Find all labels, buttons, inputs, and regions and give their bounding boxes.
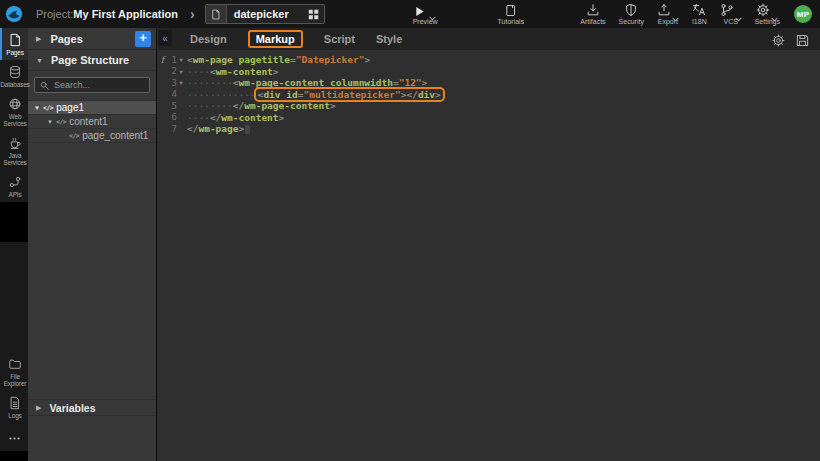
tab-style[interactable]: Style — [376, 33, 402, 45]
tutorials-button[interactable]: Tutorials — [498, 3, 525, 25]
save-icon[interactable] — [796, 33, 809, 46]
tree-item-label: page_content1 — [82, 130, 148, 141]
topbar-item-label: Settings — [755, 18, 780, 25]
caret-down-icon[interactable]: ▼ — [33, 105, 41, 111]
sidebar-item-label: File Explorer — [2, 373, 28, 387]
topbar-item-label: Security — [619, 18, 644, 25]
caret-down-icon[interactable]: ▼ — [46, 119, 54, 125]
tree-item-content1[interactable]: ▼</>content1 — [28, 115, 156, 129]
sidebar-item-web-services[interactable]: Web Services — [0, 92, 28, 131]
upload-icon — [657, 3, 671, 17]
topbar-item-vcs[interactable]: VCS — [720, 3, 742, 25]
code-text: ····<wm-content> — [185, 66, 279, 77]
project-breadcrumb: Project:My First Application — [36, 8, 178, 20]
sidebar-item-file-explorer[interactable]: File Explorer — [0, 352, 28, 391]
nodes-icon — [8, 175, 22, 189]
tab-script[interactable]: Script — [324, 33, 355, 45]
topbar-item-artifacts[interactable]: Artifacts — [580, 3, 605, 25]
code-line-1[interactable]: f1▼<wm-page pagetitle="Datepicker"> — [158, 54, 820, 66]
fold-caret-icon[interactable]: ▼ — [177, 68, 185, 75]
more-options-button[interactable] — [0, 423, 28, 451]
line-number: 5 — [166, 101, 177, 111]
avatar[interactable]: MP — [794, 5, 812, 23]
sidebar-item-label: APIs — [9, 191, 22, 198]
rail-bottom-group: File ExplorerLogs — [0, 352, 28, 423]
code-line-5[interactable]: 5········</wm-page-content> — [158, 100, 820, 112]
sidebar-item-apis[interactable]: APIs — [0, 170, 28, 202]
editor-tabs: DesignMarkupScriptStyle — [190, 30, 402, 48]
wavemaker-studio-window: Project:My First Application › datepicke… — [0, 0, 820, 461]
code-line-3[interactable]: 3▼········<wm-page-content columnwidth="… — [158, 77, 820, 89]
pages-panel-header[interactable]: ▶ Pages + — [28, 28, 156, 50]
topbar-item-settings[interactable]: Settings — [755, 3, 780, 25]
page-structure-header[interactable]: ▼ Page Structure — [28, 50, 156, 71]
editor-strip-actions — [772, 33, 809, 46]
search-input[interactable] — [54, 80, 144, 90]
gutter: 6 — [158, 112, 185, 122]
shield-icon — [624, 3, 638, 17]
search-box[interactable] — [34, 77, 150, 93]
left-rail: PagesDatabasesWeb ServicesJava ServicesA… — [0, 28, 28, 461]
tree-item-page_content1[interactable]: </>page_content1 — [28, 129, 156, 143]
preview-button[interactable]: Preview — [413, 3, 438, 25]
code-line-4[interactable]: 4············<div id="multidatepicker"><… — [158, 89, 820, 101]
project-name: My First Application — [73, 8, 178, 20]
widget-code-icon: </> — [69, 132, 79, 140]
topbar-item-label: VCS — [724, 18, 738, 25]
breadcrumb-chevron-icon: › — [190, 6, 195, 22]
sidebar-item-label: Pages — [6, 49, 23, 56]
app-logo-icon[interactable] — [5, 5, 23, 23]
search-area — [28, 71, 156, 101]
sidebar-item-java-services[interactable]: Java Services — [0, 131, 28, 170]
translate-icon — [692, 3, 706, 17]
sidebar-item-label: Logs — [8, 412, 21, 419]
gutter: 4 — [158, 89, 185, 99]
coffee-icon — [8, 136, 22, 150]
code-line-2[interactable]: 2▼····<wm-content> — [158, 66, 820, 78]
variables-header[interactable]: ▶ Variables — [28, 399, 156, 416]
gutter: 3▼ — [158, 78, 185, 88]
open-page-tab-label: datepicker — [227, 8, 304, 20]
topbar-right-actions: ArtifactsSecurityExportI18NVCSSettings — [580, 3, 780, 25]
markup-settings-gear-icon[interactable] — [772, 33, 785, 46]
sidebar-item-label: Web Services — [2, 113, 28, 127]
sidebar-item-pages[interactable]: Pages — [0, 28, 28, 60]
line-number: 2 — [166, 66, 177, 76]
tab-design[interactable]: Design — [190, 33, 227, 45]
open-page-tab[interactable]: datepicker — [205, 4, 325, 24]
rail-divider — [0, 202, 28, 242]
pages-grid-icon[interactable] — [304, 9, 324, 20]
sidebar-item-databases[interactable]: Databases — [0, 60, 28, 92]
editor-area: « DesignMarkupScriptStyle f1▼<wm-page pa… — [158, 28, 820, 461]
widget-code-icon: </> — [43, 104, 53, 112]
topbar-item-security[interactable]: Security — [619, 3, 644, 25]
topbar-item-label: Export — [658, 18, 678, 25]
add-page-button[interactable]: + — [135, 31, 151, 47]
tutorials-label: Tutorials — [498, 18, 525, 25]
line-number: 3 — [166, 78, 177, 88]
code-line-6[interactable]: 6····</wm-content> — [158, 112, 820, 124]
code-text: <wm-page pagetitle="Datepicker"> — [185, 54, 370, 65]
sidebar-item-logs[interactable]: Logs — [0, 391, 28, 423]
fold-caret-icon[interactable]: ▼ — [177, 79, 185, 86]
markup-code-editor[interactable]: f1▼<wm-page pagetitle="Datepicker">2▼···… — [158, 50, 820, 135]
topbar: Project:My First Application › datepicke… — [0, 0, 820, 28]
fold-caret-icon[interactable]: ▼ — [177, 56, 185, 63]
tree-item-page1[interactable]: ▼</>page1 — [28, 101, 156, 115]
line-number: 1 — [166, 55, 177, 65]
line-number: 7 — [166, 124, 177, 134]
collapse-panel-button[interactable]: « — [158, 30, 172, 46]
widget-tree: ▼</>page1▼</>content1</>page_content1 — [28, 101, 156, 143]
topbar-item-label: I18N — [692, 18, 707, 25]
code-line-7[interactable]: 7</wm-page> — [158, 123, 820, 135]
gutter: 2▼ — [158, 66, 185, 76]
pages-panel-title: Pages — [50, 33, 135, 45]
filetext-icon — [8, 396, 22, 410]
tab-markup[interactable]: Markup — [248, 30, 303, 48]
tree-item-label: page1 — [56, 102, 84, 113]
topbar-item-i18n[interactable]: I18N — [692, 3, 707, 25]
page-icon — [8, 33, 22, 47]
topbar-item-export[interactable]: Export — [657, 3, 679, 25]
sidebar-item-label: Databases — [0, 81, 29, 88]
topbar-item-label: Artifacts — [580, 18, 605, 25]
